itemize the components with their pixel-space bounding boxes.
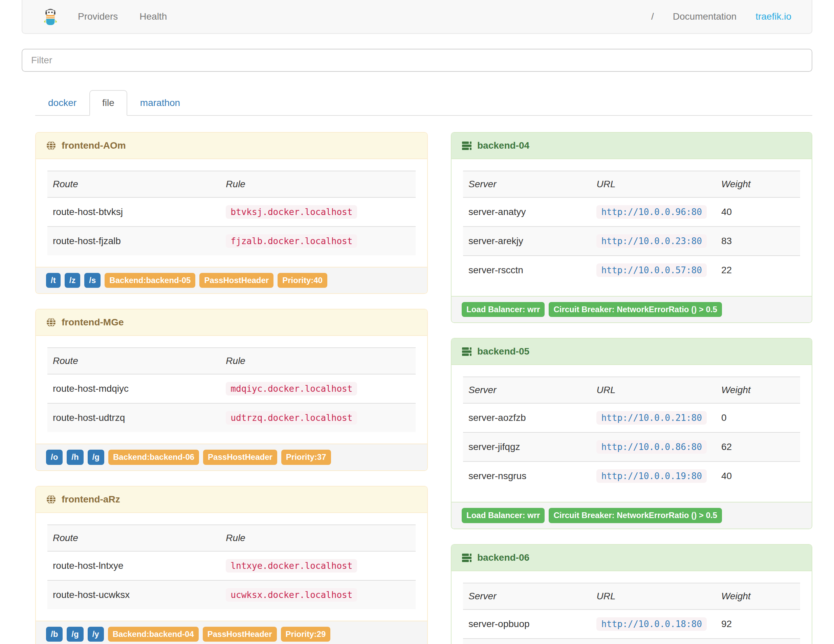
url-cell: http://10.0.0.86:80: [591, 432, 716, 461]
server-weight: 92: [716, 610, 800, 639]
filter-input[interactable]: [22, 49, 812, 72]
rule-code: mdqiyc.docker.localhost: [226, 382, 357, 395]
provider-area: docker file marathon frontend-AOmRouteRu…: [35, 90, 812, 644]
table-row: route-host-btvksjbtvksj.docker.localhost: [47, 197, 415, 227]
column-header: Weight: [716, 377, 800, 403]
table-row: server-aozfzbhttp://10.0.0.21:800: [463, 403, 800, 432]
server-name: server-tksmvo: [463, 639, 591, 644]
rule-code: btvksj.docker.localhost: [226, 205, 357, 219]
rule-code: udtrzq.docker.localhost: [226, 411, 357, 425]
tag-badge: PassHostHeader: [203, 450, 277, 464]
route-name: route-host-lntxye: [47, 551, 220, 580]
route-name: route-host-mdqiyc: [47, 374, 220, 403]
column-header: URL: [591, 377, 716, 403]
rule-code: ucwksx.docker.localhost: [226, 588, 357, 602]
tab-docker[interactable]: docker: [35, 90, 89, 116]
table-header-row: ServerURLWeight: [463, 377, 800, 403]
server-url-link[interactable]: http://10.0.0.86:80: [596, 442, 706, 452]
navbar-right: / Documentation traefik.io: [651, 11, 791, 22]
tag-badge: Backend:backend-04: [108, 627, 199, 642]
url-cell: http://10.0.0.23:80: [591, 227, 716, 256]
nav-health-link[interactable]: Health: [139, 11, 167, 22]
server-url-link[interactable]: http://10.0.0.19:80: [596, 471, 706, 481]
routes-table: RouteRuleroute-host-lntxyelntxye.docker.…: [47, 524, 415, 609]
navbar-left: Providers Health: [78, 11, 167, 22]
rule-cell: btvksj.docker.localhost: [220, 197, 415, 227]
servers-table: ServerURLWeightserver-opbuophttp://10.0.…: [463, 583, 800, 644]
frontend-card-body: RouteRuleroute-host-mdqiycmdqiyc.docker.…: [36, 336, 427, 443]
cards-grid: frontend-AOmRouteRuleroute-host-btvksjbt…: [35, 132, 812, 644]
column-header: Route: [47, 525, 220, 551]
backend-card-header: backend-05: [451, 338, 812, 365]
server-url-link[interactable]: http://10.0.0.96:80: [596, 207, 706, 217]
server-name: server-opbuop: [463, 610, 591, 639]
rule-cell: lntxye.docker.localhost: [220, 551, 415, 580]
server-weight: 83: [716, 227, 800, 256]
nav-providers-link[interactable]: Providers: [78, 11, 118, 22]
routes-table: RouteRuleroute-host-mdqiycmdqiyc.docker.…: [47, 347, 415, 432]
column-header: Rule: [220, 525, 415, 551]
table-row: server-rscctnhttp://10.0.0.57:8022: [463, 256, 800, 285]
tag-badge: PassHostHeader: [203, 627, 277, 642]
backend-card-footer: Load Balancer: wrrCircuit Breaker: Netwo…: [451, 502, 812, 528]
frontend-title: frontend-MGe: [61, 317, 124, 328]
column-header: Weight: [716, 171, 800, 197]
frontend-card-footer: /b/g/yBackend:backend-04PassHostHeaderPr…: [36, 621, 427, 644]
tab-file[interactable]: file: [89, 90, 127, 116]
table-row: route-host-fjzalbfjzalb.docker.localhost: [47, 227, 415, 255]
server-url-code: http://10.0.0.18:80: [596, 617, 706, 631]
frontend-title: frontend-AOm: [61, 140, 126, 151]
backend-card-body: ServerURLWeightserver-anatyyhttp://10.0.…: [451, 159, 812, 296]
tag-badge: Backend:backend-06: [108, 450, 199, 464]
navbar: Providers Health / Documentation traefik…: [22, 0, 812, 34]
server-url-link[interactable]: http://10.0.0.57:80: [596, 265, 706, 275]
tag-badge: Load Balancer: wrr: [462, 302, 545, 317]
frontends-column: frontend-AOmRouteRuleroute-host-btvksjbt…: [35, 132, 428, 644]
frontend-card-footer: /t/z/sBackend:backend-05PassHostHeaderPr…: [36, 267, 427, 293]
server-url-link[interactable]: http://10.0.0.18:80: [596, 619, 706, 629]
table-row: server-nsgrushttp://10.0.0.19:8040: [463, 461, 800, 490]
column-header: Server: [463, 377, 591, 403]
column-header: Route: [47, 348, 220, 374]
tab-docker-label[interactable]: docker: [35, 90, 89, 116]
backend-card: backend-05ServerURLWeightserver-aozfzbht…: [451, 338, 812, 529]
frontend-card-header: frontend-aRz: [36, 487, 427, 513]
table-header-row: ServerURLWeight: [463, 171, 800, 197]
tab-marathon[interactable]: marathon: [127, 90, 193, 116]
tag-badge: PassHostHeader: [199, 273, 273, 288]
nav-documentation-link[interactable]: Documentation: [673, 11, 737, 22]
server-weight: 40: [716, 197, 800, 227]
server-weight: 22: [716, 256, 800, 285]
column-header: Route: [47, 171, 220, 197]
server-url-code: http://10.0.0.21:80: [596, 411, 706, 425]
table-header-row: RouteRule: [47, 525, 415, 551]
entrypoint-badge: /g: [67, 627, 83, 642]
globe-icon: [46, 494, 56, 505]
server-url-link[interactable]: http://10.0.0.21:80: [596, 413, 706, 423]
tab-marathon-label[interactable]: marathon: [127, 90, 193, 116]
globe-icon: [46, 141, 56, 150]
entrypoint-badge: /h: [67, 450, 83, 464]
server-name: server-anatyy: [463, 197, 591, 227]
frontend-title: frontend-aRz: [61, 494, 120, 505]
server-name: server-arekjy: [463, 227, 591, 256]
servers-table: ServerURLWeightserver-anatyyhttp://10.0.…: [463, 171, 800, 285]
frontend-card-body: RouteRuleroute-host-btvksjbtvksj.docker.…: [36, 159, 427, 267]
server-name: server-rscctn: [463, 256, 591, 285]
backend-card-footer: Load Balancer: wrrCircuit Breaker: Netwo…: [451, 296, 812, 322]
url-cell: http://10.0.0.19:80: [591, 461, 716, 490]
column-header: URL: [591, 583, 716, 610]
nav-traefik-io-link[interactable]: traefik.io: [755, 11, 791, 22]
tag-badge: Priority:40: [278, 273, 327, 288]
tab-file-label[interactable]: file: [89, 90, 127, 116]
server-url-link[interactable]: http://10.0.0.23:80: [596, 236, 706, 246]
nav-path-link[interactable]: /: [651, 11, 654, 22]
server-weight: 29: [716, 639, 800, 644]
rule-cell: ucwksx.docker.localhost: [220, 580, 415, 609]
route-name: route-host-udtrzq: [47, 403, 220, 432]
column-header: Rule: [220, 171, 415, 197]
filter-bar: [22, 49, 812, 72]
table-row: server-anatyyhttp://10.0.0.96:8040: [463, 197, 800, 227]
frontend-card-header: frontend-AOm: [36, 133, 427, 159]
globe-icon: [46, 317, 56, 327]
